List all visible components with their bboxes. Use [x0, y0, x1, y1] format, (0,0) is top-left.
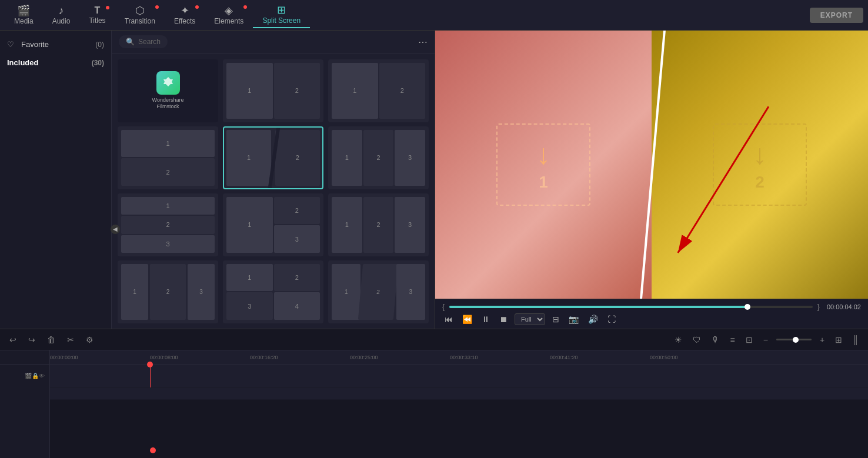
secondary-track-row — [50, 388, 868, 400]
mic-button[interactable]: 🎙 — [709, 334, 722, 346]
video-controls: { } 00:00:04:02 ⏮ ⏪ ⏸ ⏹ Full 1/2 1/4 — [435, 299, 868, 329]
effects-dot — [195, 5, 199, 9]
shield-button[interactable]: 🛡 — [690, 334, 703, 346]
pip-button[interactable]: ⊡ — [743, 334, 755, 346]
audio-button[interactable]: 🔊 — [586, 313, 600, 325]
layout-cell: 3 — [121, 235, 215, 253]
drop-num-1: 1 — [539, 173, 548, 192]
split-layout-2col-diag[interactable]: 1 2 — [223, 126, 323, 189]
nav-media[interactable]: 🎬 Media — [5, 3, 43, 28]
collapse-button[interactable]: ║ — [850, 334, 861, 346]
filmstock-item[interactable]: WondershareFilmstock — [118, 59, 218, 122]
split-layout-3col[interactable]: 1 2 3 — [328, 126, 429, 189]
nav-elements-label: Elements — [214, 17, 243, 25]
progress-bar[interactable] — [449, 306, 813, 308]
drop-arrow-2: ↓ — [753, 138, 767, 171]
main-track-row — [50, 365, 868, 388]
frame-back-button[interactable]: ⏪ — [460, 313, 475, 325]
layout-cell: 2 — [363, 130, 394, 186]
elements-dot — [243, 5, 247, 9]
split-layout-3col-diag[interactable]: 1 2 3 — [118, 260, 218, 323]
transition-dot — [155, 5, 159, 9]
titles-icon: T — [95, 6, 101, 15]
content-area: 🔍 Search ⋯ WondershareFilmstock — [112, 31, 435, 329]
export-button[interactable]: EXPORT — [810, 8, 863, 23]
layout-cell: 3 — [395, 197, 425, 253]
drop-zone-2[interactable]: ↓ 2 — [713, 123, 807, 206]
drop-arrow-1: ↓ — [536, 138, 550, 171]
nav-splitscreen[interactable]: ⊞ Split Screen — [253, 2, 310, 28]
track-icons: 🎬🔒👁 — [25, 373, 45, 379]
layout-cell: 2 — [121, 216, 215, 233]
fit-button[interactable]: ⊞ — [833, 334, 844, 346]
nav-effects[interactable]: ✦ Effects — [165, 3, 205, 28]
split-layout-2col-div[interactable]: 1 2 — [328, 59, 429, 122]
preview-area: ↓ 1 ↓ 2 — [435, 31, 868, 329]
sidebar-favorite-count: (0) — [95, 41, 104, 49]
main-area: ♡ Favorite (0) Included (30) 🔍 Search — [0, 31, 868, 329]
track-labels: 🎬🔒👁 — [0, 350, 50, 458]
zoom-in-button[interactable]: + — [817, 334, 827, 346]
grid-view-icon[interactable]: ⋯ — [418, 36, 428, 48]
split-layout-3row[interactable]: 1 2 3 — [118, 193, 218, 256]
layout-cell: 1 — [332, 63, 378, 119]
transition-icon: ⬡ — [135, 5, 145, 16]
play-pause-button[interactable]: ⏸ — [479, 313, 492, 325]
redo-button[interactable]: ↪ — [26, 334, 38, 346]
split-layout-2row[interactable]: 1 2 — [118, 126, 218, 189]
media-icon: 🎬 — [17, 5, 30, 16]
layout-cell: 2 — [274, 63, 321, 119]
fullscreen-button[interactable]: ⛶ — [605, 313, 618, 325]
splitscreen-icon: ⊞ — [277, 5, 286, 15]
titles-dot — [106, 6, 109, 9]
split-layout-3diag2[interactable]: 1 2 3 — [328, 260, 429, 323]
zoom-handle[interactable] — [793, 337, 799, 343]
screenshot-button[interactable]: 📷 — [566, 313, 581, 325]
nav-media-label: Media — [14, 17, 34, 25]
nav-effects-label: Effects — [174, 17, 195, 25]
extra-controls: Full 1/2 1/4 ⊟ 📷 🔊 ⛶ — [515, 313, 618, 325]
undo-button[interactable]: ↩ — [7, 334, 19, 346]
layout-button[interactable]: ⊟ — [550, 313, 562, 325]
top-nav: 🎬 Media ♪ Audio T Titles ⬡ Transition ✦ … — [0, 0, 868, 31]
search-placeholder: Search — [138, 38, 161, 46]
split-layout-1-2mixed[interactable]: 1 2 3 — [223, 193, 323, 256]
sidebar-favorite-label: Favorite — [21, 40, 49, 49]
video-preview: ↓ 1 ↓ 2 — [435, 31, 868, 299]
split-layout-2col-h[interactable]: 1 2 — [223, 59, 323, 122]
ruler-mark-3: 00:00:25:00 — [350, 355, 378, 360]
audio-icon: ♪ — [59, 5, 64, 16]
delete-button[interactable]: 🗑 — [45, 334, 58, 346]
nav-titles-label: Titles — [89, 16, 105, 25]
quality-select[interactable]: Full 1/2 1/4 — [515, 313, 545, 325]
cut-button[interactable]: ✂ — [65, 334, 76, 346]
nav-titles[interactable]: T Titles — [79, 4, 115, 27]
progress-handle[interactable] — [745, 304, 750, 310]
nav-elements[interactable]: ◈ Elements — [205, 3, 253, 28]
split-layout-3col-alt[interactable]: 1 2 3 — [328, 193, 429, 256]
nav-transition[interactable]: ⬡ Transition — [115, 3, 165, 28]
zoom-slider[interactable] — [776, 339, 812, 340]
playhead-marker — [147, 362, 153, 367]
step-back-button[interactable]: ⏮ — [442, 313, 455, 325]
settings-button[interactable]: ⚙ — [84, 334, 96, 346]
playhead-bottom — [150, 447, 156, 453]
sidebar-item-included[interactable]: Included (30) — [0, 54, 111, 72]
track-label-main: 🎬🔒👁 — [0, 365, 49, 388]
playback-controls: ⏮ ⏪ ⏸ ⏹ Full 1/2 1/4 ⊟ 📷 🔊 ⛶ — [442, 313, 861, 325]
nav-audio-label: Audio — [52, 17, 71, 25]
search-box[interactable]: 🔍 Search — [119, 35, 168, 48]
sun-button[interactable]: ☀ — [672, 334, 685, 346]
stop-button[interactable]: ⏹ — [497, 313, 510, 325]
zoom-out-button[interactable]: − — [761, 334, 770, 346]
playhead[interactable] — [150, 365, 151, 387]
sidebar-item-favorite[interactable]: ♡ Favorite (0) — [0, 35, 111, 54]
subtitle-button[interactable]: ≡ — [728, 334, 737, 346]
split-layout-4[interactable]: 1 2 3 4 — [223, 260, 323, 323]
layout-cell: 3 — [395, 130, 425, 186]
time-bracket-end: } — [817, 303, 820, 311]
timeline-tracks: 00:00:00:00 00:00:08:00 00:00:16:20 00:0… — [50, 350, 868, 458]
drop-zone-1[interactable]: ↓ 1 — [496, 123, 590, 206]
collapse-arrow[interactable]: ◀ — [111, 225, 120, 234]
nav-audio[interactable]: ♪ Audio — [43, 3, 80, 28]
